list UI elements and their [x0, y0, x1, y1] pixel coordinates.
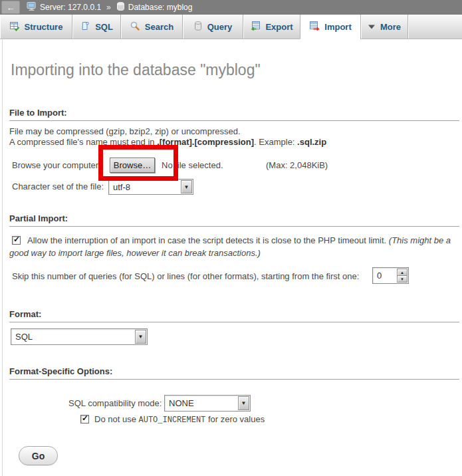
- tab-more[interactable]: More: [361, 15, 408, 39]
- no-file-selected-text: No file selected.: [162, 160, 223, 170]
- compression-info-line2: A compressed file's name must end in .[f…: [9, 137, 326, 147]
- format-select[interactable]: SQL ▼: [11, 328, 148, 345]
- back-button[interactable]: ←: [1, 1, 20, 14]
- auto-increment-label-suffix: for zero values: [205, 414, 265, 424]
- server-icon: [27, 1, 37, 13]
- stepper-up-icon[interactable]: ▲: [397, 269, 407, 276]
- browse-button[interactable]: Browse…: [110, 158, 155, 173]
- auto-increment-row: ✓ Do not use AUTO_INCREMENT for zero val…: [80, 414, 265, 425]
- auto-increment-code: AUTO_INCREMENT: [139, 416, 206, 425]
- chevron-down-icon: [368, 22, 376, 32]
- database-icon: [116, 1, 125, 13]
- charset-select-arrow-icon[interactable]: ▼: [181, 180, 192, 193]
- max-upload-size: (Max: 2,048KiB): [266, 160, 328, 170]
- format-compression-pattern: .[format].[compression]: [157, 137, 254, 147]
- section-heading-format-options: Format-Specific Options:: [9, 366, 459, 380]
- structure-icon: [9, 21, 20, 33]
- allow-interrupt-label: Allow the interruption of an import in c…: [27, 235, 389, 245]
- compression-info-line1: File may be compressed (gzip, bzip2, zip…: [9, 126, 241, 136]
- sql-compatibility-select-arrow-icon[interactable]: ▼: [238, 396, 249, 410]
- tab-search[interactable]: Search: [121, 15, 183, 39]
- charset-select[interactable]: utf-8 ▼: [108, 179, 193, 195]
- section-heading-partial-import: Partial Import:: [9, 213, 459, 227]
- auto-increment-checkbox[interactable]: ✓: [80, 415, 89, 423]
- section-heading-format: Format:: [9, 309, 459, 322]
- auto-increment-label-prefix: Do not use: [94, 414, 139, 424]
- skip-queries-label: Skip this number of queries (for SQL) or…: [12, 271, 359, 281]
- compression-example-label: . Example:: [254, 137, 297, 147]
- browse-label: Browse your computer:: [12, 160, 101, 170]
- go-button-label: Go: [32, 451, 45, 461]
- sql-compatibility-select-value: NONE: [165, 398, 237, 408]
- import-icon: [309, 21, 320, 33]
- compression-info-text: A compressed file's name must end in: [9, 137, 157, 147]
- breadcrumb-server-link[interactable]: Server: 127.0.0.1: [40, 3, 101, 12]
- sql-icon: [80, 21, 90, 33]
- breadcrumb-database-link[interactable]: Database: myblog: [128, 3, 193, 12]
- allow-interrupt-row: ✓ Allow the interruption of an import in…: [9, 234, 460, 259]
- content-left-border: [2, 39, 3, 476]
- compression-example-value: .sql.zip: [297, 137, 326, 147]
- breadcrumb-separator: »: [106, 3, 111, 12]
- tab-sql[interactable]: SQL: [72, 15, 121, 39]
- go-button[interactable]: Go: [19, 446, 58, 465]
- breadcrumb: Server: 127.0.0.1 » Database: myblog: [27, 1, 192, 13]
- charset-label: Character set of the file:: [12, 181, 104, 191]
- page-title: Importing into the database "myblog": [11, 61, 261, 79]
- sql-compatibility-select[interactable]: NONE ▼: [164, 395, 251, 412]
- export-icon: [250, 21, 261, 33]
- tab-bar-filler: [408, 15, 462, 39]
- tab-structure[interactable]: Structure: [0, 15, 72, 39]
- tab-import[interactable]: Import: [300, 15, 361, 39]
- tab-query[interactable]: Query: [183, 15, 243, 39]
- skip-queries-value: 0: [373, 268, 396, 283]
- tab-sql-label: SQL: [95, 22, 113, 32]
- stepper-down-icon[interactable]: ▼: [397, 276, 407, 283]
- tab-export-label: Export: [265, 22, 292, 32]
- check-icon: ✓: [82, 414, 88, 423]
- breadcrumb-bar: ← Server: 127.0.0.1 » Database: myblog: [0, 0, 462, 15]
- tab-import-label: Import: [324, 22, 351, 32]
- search-icon: [130, 21, 140, 33]
- check-icon: ✓: [13, 235, 20, 244]
- browse-button-label: Browse…: [114, 160, 151, 170]
- allow-interrupt-checkbox[interactable]: ✓: [12, 236, 21, 245]
- tab-query-label: Query: [207, 22, 233, 32]
- tab-structure-label: Structure: [25, 22, 63, 32]
- stepper-buttons: ▲ ▼: [397, 269, 407, 283]
- query-icon: [193, 21, 203, 33]
- tab-search-label: Search: [145, 22, 173, 32]
- format-select-arrow-icon[interactable]: ▼: [135, 330, 146, 344]
- format-select-value: SQL: [11, 332, 134, 342]
- charset-select-value: utf-8: [109, 182, 180, 192]
- back-arrow-icon: ←: [7, 3, 15, 12]
- sql-compatibility-label: SQL compatibility mode:: [68, 398, 162, 408]
- skip-queries-stepper[interactable]: 0 ▲ ▼: [372, 267, 409, 284]
- section-heading-file-to-import: File to Import:: [9, 108, 459, 121]
- tab-more-label: More: [380, 22, 401, 32]
- tab-export[interactable]: Export: [243, 15, 300, 39]
- tab-bar: Structure SQL Search Query: [0, 15, 462, 39]
